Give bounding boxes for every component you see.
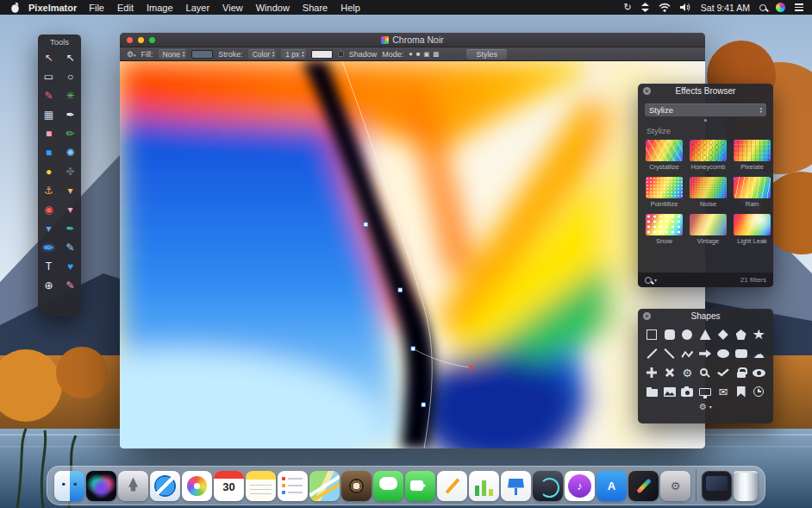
type-tool[interactable]: T <box>40 257 59 276</box>
rounded-square-shape[interactable] <box>661 326 678 343</box>
effect-snow[interactable]: Snow <box>646 214 683 245</box>
square-shape[interactable] <box>643 326 660 343</box>
pentagon-shape[interactable] <box>733 326 750 343</box>
reminders-dock-icon[interactable] <box>278 471 308 501</box>
stroke-select[interactable]: Color ▴▾ <box>248 49 277 59</box>
red-eye-tool[interactable]: ◉ <box>40 200 59 219</box>
bookmark-shape[interactable] <box>733 383 750 400</box>
menu-image[interactable]: Image <box>147 3 173 13</box>
diagonal-line-shape[interactable] <box>661 345 678 362</box>
folder-shape[interactable] <box>643 383 660 400</box>
mode-grid-icon[interactable]: ▩ <box>433 50 439 58</box>
display-shape[interactable] <box>696 383 714 400</box>
maps-dock-icon[interactable] <box>309 471 340 501</box>
lock-shape[interactable] <box>733 364 750 381</box>
path-anchor-point[interactable] <box>364 223 368 227</box>
effect-vintage[interactable]: Vintage <box>690 214 727 245</box>
cross-shape[interactable] <box>661 364 678 381</box>
pages-dock-icon[interactable] <box>437 471 467 501</box>
menu-share[interactable]: Share <box>303 3 328 13</box>
siri-dock-icon[interactable] <box>86 471 116 501</box>
path-anchor-point[interactable] <box>411 347 415 351</box>
path-control-handle[interactable] <box>469 366 473 370</box>
mode-circle-icon[interactable]: ● <box>409 50 413 58</box>
zoom-tool[interactable]: ⊕ <box>40 276 59 295</box>
gear-shape[interactable]: ⚙ <box>678 364 696 381</box>
move-tool[interactable]: ↖ <box>40 48 59 67</box>
menu-view[interactable]: View <box>222 3 243 13</box>
arrow-shape[interactable] <box>696 345 714 362</box>
pen-tool[interactable]: ✒ <box>61 105 80 124</box>
effects-close-icon[interactable]: ✕ <box>643 87 651 95</box>
shapes-close-icon[interactable]: ✕ <box>643 312 651 320</box>
shadow-checkbox[interactable] <box>338 51 344 57</box>
launchpad-dock-icon[interactable] <box>118 471 148 501</box>
mode-square-icon[interactable]: ■ <box>416 50 421 58</box>
notification-center-icon[interactable] <box>795 3 803 11</box>
messages-dock-icon[interactable] <box>373 471 403 501</box>
keynote-dock-icon[interactable] <box>501 471 531 501</box>
picture-shape[interactable] <box>661 383 678 400</box>
circle-shape[interactable] <box>678 326 696 343</box>
fill-color-swatch[interactable] <box>191 50 213 59</box>
plus-shape[interactable] <box>643 364 660 381</box>
numbers-dock-icon[interactable] <box>469 471 499 501</box>
canvas[interactable] <box>120 61 705 448</box>
styles-button[interactable]: Styles <box>466 49 507 60</box>
leaf-tool[interactable]: ✤ <box>61 162 80 181</box>
effects-search-button[interactable]: ▾ <box>645 277 657 284</box>
tool-options-gear-icon[interactable]: ⚙▾ <box>127 50 136 59</box>
menu-window[interactable]: Window <box>256 3 290 13</box>
color-swatch-tool[interactable]: ■ <box>40 143 59 162</box>
apple-menu-icon[interactable] <box>10 2 20 13</box>
ellipse-marquee-tool[interactable]: ○ <box>61 67 80 86</box>
pointer-tool[interactable]: ↖ <box>61 48 80 67</box>
safari-dock-icon[interactable] <box>150 471 180 501</box>
app-store-dock-icon[interactable]: A <box>597 471 627 501</box>
water-droplet-tool[interactable]: ▾ <box>40 219 59 238</box>
itunes-dock-icon[interactable]: ♪ <box>565 471 595 501</box>
menu-help[interactable]: Help <box>340 3 360 13</box>
effects-category-dropdown[interactable]: Stylize ▴▾ <box>645 103 766 116</box>
zigzag-line-shape[interactable] <box>678 345 696 362</box>
path-anchor-point[interactable] <box>422 403 426 407</box>
shapes-settings-gear-icon[interactable]: ⚙ ▾ <box>638 400 773 411</box>
star-shape[interactable] <box>750 326 767 343</box>
effect-pointillize[interactable]: Pointillize <box>646 177 683 208</box>
notes-dock-icon[interactable] <box>246 471 276 501</box>
magnifier-shape[interactable] <box>696 364 714 381</box>
photos-dock-icon[interactable] <box>182 471 212 501</box>
anchor-tool[interactable]: ⚓ <box>40 181 59 200</box>
camera-shape[interactable] <box>678 383 696 400</box>
menu-file[interactable]: File <box>89 3 104 13</box>
fill-select[interactable]: None ▴▾ <box>159 49 187 59</box>
display-arrows-icon[interactable] <box>641 3 649 12</box>
volume-icon[interactable] <box>680 3 691 12</box>
oval-bubble-shape[interactable] <box>715 345 732 362</box>
mode-layers-icon[interactable]: ▣ <box>423 50 429 58</box>
effect-rain[interactable]: Rain <box>734 177 771 208</box>
effect-pixelate[interactable]: Pixelate <box>734 140 771 171</box>
paint-pen-tool[interactable]: ✒ <box>40 238 59 257</box>
pencil-tool[interactable]: ✏ <box>61 124 80 143</box>
external-display-dock-icon[interactable] <box>702 471 732 501</box>
trash-dock-icon[interactable] <box>734 471 758 501</box>
bucket-tool[interactable]: ● <box>40 162 59 181</box>
eraser-tool[interactable]: ■ <box>40 124 59 143</box>
menu-edit[interactable]: Edit <box>117 3 134 13</box>
sync-icon[interactable]: ↻ <box>624 3 632 12</box>
facetime-dock-icon[interactable] <box>405 471 435 501</box>
effect-honeycomb[interactable]: Honeycomb <box>690 140 727 171</box>
blur-droplet-tool[interactable]: ▾ <box>61 181 80 200</box>
eye-shape[interactable] <box>750 364 767 381</box>
path-anchor-point[interactable] <box>398 288 403 292</box>
minimize-window-button[interactable] <box>138 37 144 43</box>
cloud-shape[interactable]: ☁ <box>750 345 767 362</box>
menu-clock[interactable]: Sat 9:41 AM <box>701 3 750 13</box>
wifi-icon[interactable] <box>659 3 671 12</box>
teal-pen-tool[interactable]: ✒ <box>61 219 80 238</box>
stroke-color-swatch[interactable] <box>311 50 333 59</box>
pixelmator-dock-icon[interactable] <box>628 471 659 501</box>
envelope-shape[interactable]: ✉ <box>715 383 732 400</box>
splat-tool[interactable]: ✺ <box>61 143 80 162</box>
